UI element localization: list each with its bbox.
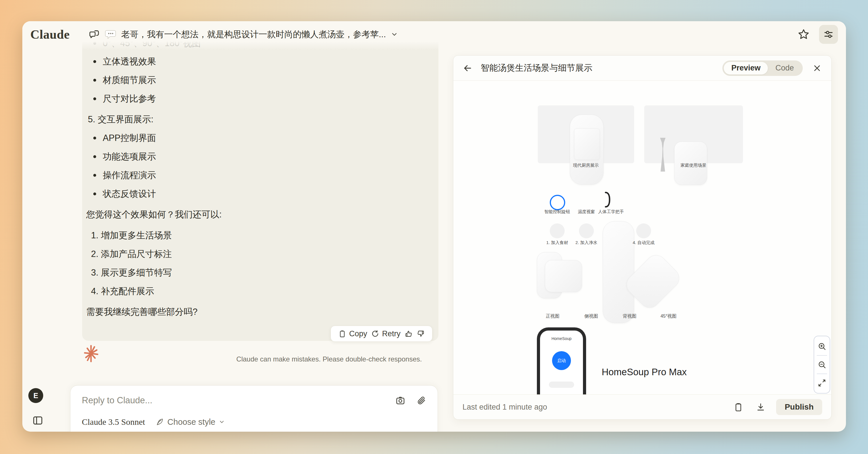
numbered-item: 1. 增加更多生活场景 — [86, 226, 433, 245]
list-item: 功能选项展示 — [86, 147, 433, 166]
artifact-header: 智能汤煲生活场景与细节展示 Preview Code — [453, 56, 831, 81]
claude-logo: Claude — [30, 27, 69, 42]
list-item: 尺寸对比参考 — [86, 89, 433, 108]
clipboard-icon — [338, 330, 346, 338]
screenshot-button[interactable] — [395, 395, 405, 405]
choose-style-dropdown[interactable]: Choose style — [155, 417, 225, 427]
claude-starburst-icon — [82, 344, 100, 363]
handle-bracket-icon — [604, 191, 611, 208]
pot-lid-shape — [574, 128, 600, 160]
scene-caption: 现代厨房展示 — [554, 163, 617, 168]
publish-button[interactable]: Publish — [776, 399, 822, 415]
settings-button[interactable] — [819, 25, 838, 44]
phone-app-title: HomeSoup — [540, 336, 583, 341]
arrow-left-icon — [463, 63, 473, 73]
list-item: APP控制界面 — [86, 129, 433, 147]
bullet-dot — [93, 60, 96, 63]
bullet-dot — [93, 174, 96, 177]
step-caption: 2. 加入净水 — [555, 240, 618, 246]
bullet-dot — [93, 137, 96, 140]
message-paragraph: 您觉得这个效果如何？我们还可以: — [86, 205, 433, 224]
app-header: Claude 老哥，我有一个想法，就是构思设计一款时尚的懒人煮汤壶，参考苹... — [22, 21, 846, 50]
step-circle — [579, 223, 594, 238]
copy-artifact-button[interactable] — [733, 401, 744, 413]
thumbs-up-button[interactable] — [405, 330, 413, 338]
feature-caption: 人体工学把手 — [580, 209, 643, 215]
step-caption: 4. 自动完成 — [612, 240, 675, 246]
chats-icon — [88, 29, 100, 40]
assistant-message: 0°、45°、90°、180°视图 立体透视效果 材质细节展示 尺寸对比参考 5… — [82, 33, 438, 341]
sidebar-icon — [32, 415, 43, 426]
close-artifact-button[interactable] — [811, 62, 823, 74]
quill-icon — [155, 418, 164, 426]
thumbs-up-icon — [405, 330, 413, 338]
expand-button[interactable] — [817, 378, 827, 388]
numbered-item: 3. 展示更多细节特写 — [86, 263, 433, 282]
canvas-zoom-controls — [814, 336, 830, 394]
bullet-dot — [93, 155, 96, 158]
phone-mockup: HomeSoup 启动 — [537, 328, 586, 394]
thumbs-down-icon — [417, 330, 425, 338]
chat-title-menu[interactable]: 老哥，我有一个想法，就是构思设计一款时尚的懒人煮汤壶，参考苹... — [88, 29, 398, 40]
zoom-out-icon — [817, 360, 827, 369]
chevron-down-icon — [391, 31, 398, 38]
paperclip-icon — [416, 396, 426, 405]
sidebar-toggle-button[interactable] — [31, 414, 44, 427]
chat-title: 老哥，我有一个想法，就是构思设计一款时尚的懒人煮汤壶，参考苹... — [121, 29, 386, 40]
front-view-lid-shape — [545, 260, 582, 292]
sliders-icon — [823, 29, 834, 40]
message-actions-toolbar: Copy Retry — [331, 326, 432, 342]
product-name-label: HomeSoup Pro Max — [601, 367, 687, 377]
model-selector[interactable]: Claude 3.5 Sonnet — [82, 417, 145, 427]
message-paragraph: 需要我继续完善哪些部分吗? — [86, 303, 433, 321]
favorite-star-button[interactable] — [796, 26, 812, 42]
copy-button[interactable]: Copy — [338, 330, 367, 338]
phone-start-button: 启动 — [552, 351, 571, 370]
bullet-dot — [93, 79, 96, 82]
numbered-item: 4. 补充配件展示 — [86, 282, 433, 301]
composer-input-row — [82, 395, 426, 405]
list-item: 操作流程演示 — [86, 166, 433, 185]
tab-code[interactable]: Code — [768, 62, 801, 75]
retry-button[interactable]: Retry — [371, 330, 401, 338]
clipboard-icon — [734, 402, 743, 412]
composer-attachments — [395, 395, 426, 405]
download-artifact-button[interactable] — [755, 401, 766, 413]
back-button[interactable] — [462, 62, 473, 74]
artifact-preview-canvas: 现代厨房展示 家庭使用场景 智能控制旋钮 温度视窗 人体工学把手 1. 加入食材… — [453, 81, 831, 394]
numbered-heading: 5. 交互界面展示: — [86, 110, 433, 129]
step-circle — [550, 223, 565, 238]
expand-icon — [817, 378, 827, 388]
last-edited-label: Last edited 1 minute ago — [463, 403, 547, 412]
desktop-background: Claude 老哥，我有一个想法，就是构思设计一款时尚的懒人煮汤壶，参考苹...… — [0, 0, 868, 454]
attach-file-button[interactable] — [416, 396, 426, 405]
claude-app-window: Claude 老哥，我有一个想法，就是构思设计一款时尚的懒人煮汤壶，参考苹...… — [22, 21, 846, 432]
preview-code-toggle: Preview Code — [722, 60, 803, 76]
reply-input[interactable] — [82, 395, 395, 405]
zoom-out-button[interactable] — [817, 360, 827, 369]
chevron-down-icon — [219, 419, 225, 425]
bullet-dot — [93, 193, 96, 195]
numbered-item: 2. 添加产品尺寸标注 — [86, 245, 433, 263]
star-icon — [797, 28, 810, 41]
list-item: 材质细节展示 — [86, 71, 433, 89]
view-caption: 45°视图 — [640, 313, 697, 319]
tall-pot-shape — [603, 221, 634, 323]
composer-card: Claude 3.5 Sonnet Choose style — [70, 385, 438, 432]
typing-bubble-icon — [104, 29, 117, 40]
control-knob-icon — [550, 195, 565, 210]
download-icon — [756, 402, 766, 412]
step-circle — [636, 223, 651, 238]
zoom-in-icon — [817, 342, 827, 351]
bullet-dot — [93, 97, 96, 100]
artifact-title: 智能汤煲生活场景与细节展示 — [481, 62, 592, 74]
user-avatar[interactable]: E — [28, 388, 43, 403]
zoom-in-button[interactable] — [817, 341, 827, 351]
artifact-panel: 智能汤煲生活场景与细节展示 Preview Code 现代厨房展示 家庭使用场 — [453, 55, 832, 420]
tab-preview[interactable]: Preview — [724, 62, 768, 75]
divider — [817, 373, 827, 374]
retry-icon — [371, 330, 379, 338]
list-item: 立体透视效果 — [86, 52, 433, 71]
divider — [817, 355, 827, 356]
thumbs-down-button[interactable] — [417, 330, 425, 338]
